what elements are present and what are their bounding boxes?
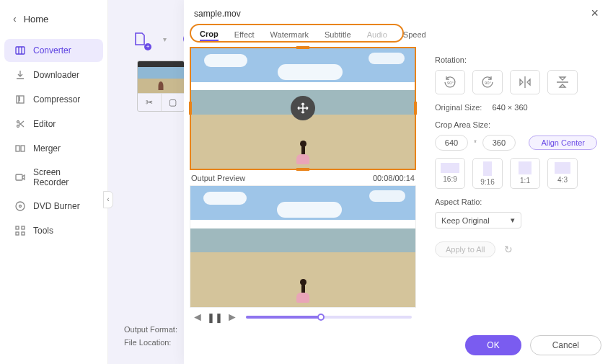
rotate-ccw-button[interactable]: 90° — [435, 70, 465, 94]
sidebar-item-label: Editor — [33, 119, 56, 129]
prev-frame-button[interactable]: ◄ — [191, 311, 204, 324]
tab-speed[interactable]: Speed — [403, 29, 426, 40]
chevron-down-icon: ▾ — [163, 35, 167, 43]
sidebar-item-label: Merger — [33, 143, 61, 154]
sidebar-item-label: DVD Burner — [33, 201, 80, 211]
output-settings: Output Format: File Location: — [124, 321, 177, 351]
crop-width-input[interactable] — [435, 135, 468, 151]
converter-icon — [14, 45, 26, 56]
crop-height-input[interactable] — [482, 135, 516, 151]
tab-crop[interactable]: Crop — [200, 28, 219, 41]
sidebar-item-converter[interactable]: Converter — [4, 39, 103, 62]
crop-preview[interactable] — [190, 47, 416, 170]
crop-handle-right[interactable] — [414, 102, 417, 115]
ratio-4-3[interactable]: 4:3 — [547, 158, 578, 189]
add-file-button[interactable]: + — [130, 29, 150, 49]
disc-icon — [14, 200, 26, 212]
aspect-ratio-select[interactable]: Keep Original ▾ — [435, 212, 521, 228]
reset-icon[interactable]: ↻ — [504, 244, 513, 255]
output-preview — [190, 185, 416, 308]
edit-tabs: Crop Effect Watermark Subtitle Audio Spe… — [190, 24, 404, 43]
output-format-label: Output Format: — [124, 325, 177, 334]
apply-to-all-button[interactable]: Apply to All — [435, 241, 495, 257]
svg-text:90°: 90° — [485, 81, 492, 85]
sidebar-item-label: Converter — [33, 45, 71, 56]
sidebar-item-screenrecorder[interactable]: Screen Recorder — [4, 161, 103, 193]
grid-icon — [14, 225, 26, 236]
crop-handle-left[interactable] — [189, 102, 192, 115]
close-icon[interactable]: × — [586, 6, 603, 21]
sidebar-item-compressor[interactable]: Compressor — [4, 88, 103, 111]
next-frame-button[interactable]: ► — [226, 311, 239, 324]
svg-rect-0 — [16, 47, 25, 54]
file-location-label: File Location: — [124, 338, 177, 347]
aspect-ratio-label: Aspect Ratio: — [435, 197, 597, 206]
thumbnail-actions: ✂ ▢ — [138, 93, 184, 111]
seek-slider[interactable] — [246, 316, 412, 319]
svg-rect-4 — [16, 146, 19, 151]
crop-handle-top[interactable] — [296, 46, 309, 49]
compress-icon — [14, 94, 26, 105]
app-sidebar: ‹ Home Converter Downloader Compressor E… — [0, 0, 108, 364]
ratio-1-1[interactable]: 1:1 — [510, 158, 540, 189]
original-size-label: Original Size: — [435, 103, 482, 112]
multiply-icon: * — [474, 139, 477, 147]
crop-handle-bottom[interactable] — [296, 168, 309, 171]
svg-rect-6 — [16, 174, 22, 180]
modal-title: sample.mov — [194, 9, 586, 19]
original-size-value: 640 × 360 — [492, 103, 527, 112]
chevron-left-icon: ‹ — [13, 13, 17, 25]
time-display: 00:08/00:14 — [373, 174, 415, 182]
svg-point-7 — [16, 202, 25, 210]
sidebar-item-tools[interactable]: Tools — [4, 219, 103, 242]
move-icon[interactable] — [291, 96, 315, 120]
sidebar-item-label: Screen Recorder — [33, 167, 93, 187]
align-center-button[interactable]: Align Center — [529, 136, 597, 150]
svg-rect-11 — [16, 232, 19, 235]
nav-list: Converter Downloader Compressor Editor M… — [0, 39, 107, 242]
preview-info-row: Output Preview 00:08/00:14 — [190, 170, 416, 185]
modal-footer: OK Cancel — [184, 329, 613, 364]
home-label: Home — [24, 14, 49, 25]
sidebar-item-label: Compressor — [33, 94, 80, 105]
sidebar-item-downloader[interactable]: Downloader — [4, 63, 103, 86]
collapse-panel-button[interactable]: ‹ — [103, 191, 113, 208]
svg-text:90°: 90° — [447, 81, 454, 85]
svg-point-8 — [19, 205, 22, 208]
ratio-9-16[interactable]: 9:16 — [472, 158, 503, 189]
ratio-16-9[interactable]: 16:9 — [435, 158, 465, 189]
video-thumbnail[interactable]: ✂ ▢ — [137, 61, 185, 112]
download-icon — [14, 69, 26, 81]
output-preview-label: Output Preview — [191, 174, 245, 182]
sidebar-item-editor[interactable]: Editor — [4, 112, 103, 136]
tab-watermark[interactable]: Watermark — [270, 29, 309, 40]
ok-button[interactable]: OK — [465, 335, 521, 355]
sidebar-item-merger[interactable]: Merger — [4, 137, 103, 160]
svg-rect-10 — [22, 226, 25, 229]
cancel-button[interactable]: Cancel — [530, 335, 601, 355]
chevron-down-icon: ▾ — [511, 216, 515, 225]
pause-button[interactable]: ❚❚ — [208, 311, 221, 324]
sidebar-item-label: Tools — [33, 226, 53, 236]
tab-audio[interactable]: Audio — [367, 29, 387, 40]
svg-rect-12 — [22, 232, 25, 235]
playback-controls: ◄ ❚❚ ► — [190, 308, 416, 327]
edit-modal: sample.mov × Crop Effect Watermark Subti… — [184, 0, 613, 364]
tab-subtitle[interactable]: Subtitle — [325, 29, 351, 40]
flip-horizontal-button[interactable] — [510, 70, 540, 94]
plus-icon: + — [144, 43, 151, 50]
merge-icon — [14, 143, 26, 154]
svg-rect-9 — [16, 226, 19, 229]
cut-icon[interactable]: ✂ — [138, 94, 162, 111]
rotate-cw-button[interactable]: 90° — [472, 70, 503, 94]
tab-effect[interactable]: Effect — [234, 29, 255, 40]
crop-icon[interactable]: ▢ — [162, 94, 185, 111]
thumbnail-image — [138, 61, 184, 93]
back-home[interactable]: ‹ Home — [0, 6, 107, 32]
rotation-label: Rotation: — [435, 56, 597, 64]
scissors-icon — [14, 118, 26, 130]
crop-area-label: Crop Area Size: — [435, 120, 597, 129]
record-icon — [14, 172, 26, 183]
sidebar-item-dvdburner[interactable]: DVD Burner — [4, 195, 103, 218]
flip-vertical-button[interactable] — [547, 70, 578, 94]
